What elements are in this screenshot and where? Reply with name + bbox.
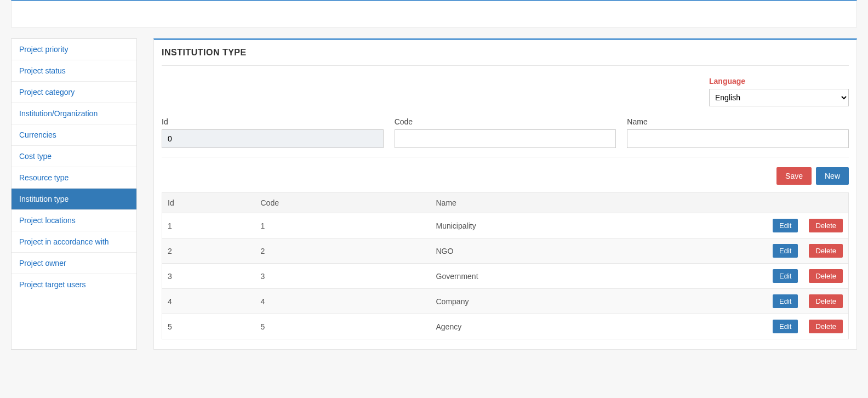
name-label: Name (627, 117, 849, 126)
code-field-group: Code (395, 117, 616, 148)
header-name: Name (431, 193, 768, 213)
cell-name: Agency (431, 314, 768, 339)
cell-id: 5 (162, 314, 255, 339)
page-title: INSTITUTION TYPE (162, 48, 849, 66)
sidebar-item-institution-organization[interactable]: Institution/Organization (12, 103, 136, 124)
form-area: Language English Id Code Name (162, 77, 849, 157)
edit-button[interactable]: Edit (773, 294, 798, 308)
edit-button[interactable]: Edit (773, 269, 798, 283)
code-input[interactable] (395, 129, 616, 148)
sidebar-item-project-in-accordance-with[interactable]: Project in accordance with (12, 231, 136, 253)
save-button[interactable]: Save (776, 167, 812, 185)
cell-edit: Edit (767, 213, 803, 238)
id-input (162, 129, 384, 148)
cell-delete: Delete (803, 238, 848, 264)
name-field-group: Name (627, 117, 849, 148)
table-row: 22NGOEditDelete (162, 238, 849, 264)
table-row: 44CompanyEditDelete (162, 289, 849, 314)
cell-delete: Delete (803, 314, 848, 339)
page-container: Project priorityProject statusProject ca… (0, 27, 868, 361)
data-table: Id Code Name 11MunicipalityEditDelete22N… (162, 192, 849, 339)
language-block: Language English (709, 77, 849, 106)
cell-id: 3 (162, 264, 255, 289)
cell-delete: Delete (803, 264, 848, 289)
button-row: Save New (162, 157, 849, 192)
table-row: 55AgencyEditDelete (162, 314, 849, 339)
cell-name: Municipality (431, 213, 768, 238)
edit-button[interactable]: Edit (773, 244, 798, 258)
cell-code: 3 (255, 264, 431, 289)
language-label: Language (709, 77, 849, 86)
delete-button[interactable]: Delete (809, 244, 843, 258)
sidebar-item-project-category[interactable]: Project category (12, 82, 136, 103)
delete-button[interactable]: Delete (809, 294, 843, 308)
delete-button[interactable]: Delete (809, 269, 843, 283)
cell-code: 4 (255, 289, 431, 314)
table-header-row: Id Code Name (162, 193, 849, 213)
cell-id: 4 (162, 289, 255, 314)
table-row: 11MunicipalityEditDelete (162, 213, 849, 238)
cell-name: Government (431, 264, 768, 289)
sidebar-item-project-locations[interactable]: Project locations (12, 210, 136, 231)
header-id: Id (162, 193, 255, 213)
sidebar-item-currencies[interactable]: Currencies (12, 124, 136, 146)
name-input[interactable] (627, 129, 849, 148)
cell-id: 1 (162, 213, 255, 238)
header-edit (767, 193, 803, 213)
cell-edit: Edit (767, 289, 803, 314)
sidebar-item-project-status[interactable]: Project status (12, 60, 136, 82)
header-delete (803, 193, 848, 213)
sidebar-item-cost-type[interactable]: Cost type (12, 146, 136, 167)
cell-name: NGO (431, 238, 768, 264)
delete-button[interactable]: Delete (809, 320, 843, 333)
language-row: Language English (162, 77, 849, 106)
header-code: Code (255, 193, 431, 213)
sidebar-item-institution-type[interactable]: Institution type (12, 189, 136, 210)
sidebar-item-project-target-users[interactable]: Project target users (12, 274, 136, 295)
cell-name: Company (431, 289, 768, 314)
table-row: 33GovernmentEditDelete (162, 264, 849, 289)
cell-code: 5 (255, 314, 431, 339)
cell-edit: Edit (767, 314, 803, 339)
id-label: Id (162, 117, 384, 126)
sidebar-item-project-priority[interactable]: Project priority (12, 39, 136, 60)
new-button[interactable]: New (816, 167, 849, 185)
edit-button[interactable]: Edit (773, 320, 798, 333)
main-panel: INSTITUTION TYPE Language English Id Cod… (153, 38, 857, 350)
top-bar (11, 0, 857, 27)
cell-code: 1 (255, 213, 431, 238)
id-field-group: Id (162, 117, 384, 148)
cell-delete: Delete (803, 289, 848, 314)
cell-id: 2 (162, 238, 255, 264)
cell-edit: Edit (767, 264, 803, 289)
code-label: Code (395, 117, 616, 126)
edit-button[interactable]: Edit (773, 219, 798, 232)
sidebar-item-resource-type[interactable]: Resource type (12, 167, 136, 189)
cell-edit: Edit (767, 238, 803, 264)
language-select[interactable]: English (709, 89, 849, 106)
cell-delete: Delete (803, 213, 848, 238)
cell-code: 2 (255, 238, 431, 264)
sidebar: Project priorityProject statusProject ca… (11, 38, 137, 350)
delete-button[interactable]: Delete (809, 219, 843, 232)
sidebar-item-project-owner[interactable]: Project owner (12, 253, 136, 274)
